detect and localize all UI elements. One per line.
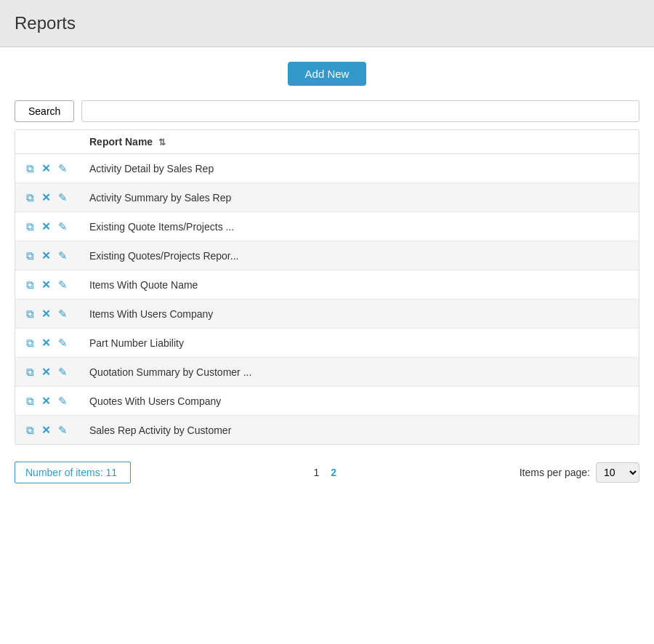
table-row: ⧉ ✕ ✎ Quotes With Users Company — [15, 387, 639, 416]
copy-button[interactable]: ⧉ — [24, 423, 36, 437]
edit-button[interactable]: ✎ — [56, 423, 70, 437]
edit-button[interactable]: ✎ — [56, 336, 70, 350]
edit-button[interactable]: ✎ — [56, 220, 70, 233]
row-name: Part Number Liability — [89, 337, 630, 349]
per-page-section: Items per page: 102550100 — [520, 462, 639, 483]
row-name: Sales Rep Activity by Customer — [89, 424, 630, 436]
row-name: Existing Quote Items/Projects ... — [89, 221, 630, 233]
table-row: ⧉ ✕ ✎ Existing Quote Items/Projects ... — [15, 212, 639, 241]
delete-button[interactable]: ✕ — [39, 423, 53, 437]
row-actions: ⧉ ✕ ✎ — [24, 278, 89, 291]
edit-button[interactable]: ✎ — [56, 394, 70, 408]
edit-button[interactable]: ✎ — [56, 278, 70, 291]
row-actions: ⧉ ✕ ✎ — [24, 190, 89, 204]
delete-button[interactable]: ✕ — [39, 161, 53, 175]
delete-button[interactable]: ✕ — [39, 278, 53, 291]
delete-button[interactable]: ✕ — [39, 336, 53, 350]
table-row: ⧉ ✕ ✎ Items With Quote Name — [15, 270, 639, 299]
copy-button[interactable]: ⧉ — [24, 365, 36, 379]
row-actions: ⧉ ✕ ✎ — [24, 336, 89, 350]
delete-button[interactable]: ✕ — [39, 190, 53, 204]
table-row: ⧉ ✕ ✎ Part Number Liability — [15, 329, 639, 358]
delete-button[interactable]: ✕ — [39, 307, 53, 321]
copy-button[interactable]: ⧉ — [24, 161, 36, 175]
copy-button[interactable]: ⧉ — [24, 307, 36, 321]
edit-button[interactable]: ✎ — [56, 249, 70, 262]
table-row: ⧉ ✕ ✎ Activity Detail by Sales Rep — [15, 154, 639, 183]
table-row: ⧉ ✕ ✎ Items With Users Company — [15, 299, 639, 329]
row-actions: ⧉ ✕ ✎ — [24, 394, 89, 408]
row-name: Items With Users Company — [89, 308, 630, 320]
sort-icon[interactable]: ⇅ — [158, 137, 166, 148]
page-1-link[interactable]: 1 — [311, 465, 323, 480]
footer-bar: Number of items: 11 1 2 Items per page: … — [15, 456, 639, 489]
page-header: Reports — [0, 0, 654, 47]
copy-button[interactable]: ⧉ — [24, 190, 36, 204]
delete-button[interactable]: ✕ — [39, 220, 53, 233]
delete-button[interactable]: ✕ — [39, 394, 53, 408]
row-actions: ⧉ ✕ ✎ — [24, 307, 89, 321]
edit-button[interactable]: ✎ — [56, 190, 70, 204]
per-page-select[interactable]: 102550100 — [596, 462, 639, 483]
delete-button[interactable]: ✕ — [39, 365, 53, 379]
row-actions: ⧉ ✕ ✎ — [24, 220, 89, 233]
table-row: ⧉ ✕ ✎ Quotation Summary by Customer ... — [15, 358, 639, 387]
items-count-box: Number of items: 11 — [15, 462, 131, 483]
copy-button[interactable]: ⧉ — [24, 336, 36, 350]
name-column-label: Report Name — [89, 136, 153, 148]
row-actions: ⧉ ✕ ✎ — [24, 161, 89, 175]
per-page-label: Items per page: — [520, 467, 590, 478]
row-actions: ⧉ ✕ ✎ — [24, 365, 89, 379]
copy-button[interactable]: ⧉ — [24, 249, 36, 262]
search-input[interactable] — [81, 100, 639, 122]
page-2-link[interactable]: 2 — [328, 465, 339, 480]
row-actions: ⧉ ✕ ✎ — [24, 249, 89, 262]
row-name: Existing Quotes/Projects Repor... — [89, 250, 630, 262]
pagination: 1 2 — [311, 465, 340, 480]
table-row: ⧉ ✕ ✎ Existing Quotes/Projects Repor... — [15, 241, 639, 270]
delete-button[interactable]: ✕ — [39, 249, 53, 262]
row-name: Items With Quote Name — [89, 279, 630, 291]
name-column-header[interactable]: Report Name ⇅ — [89, 136, 630, 148]
row-name: Quotes With Users Company — [89, 395, 630, 407]
table-rows-container: ⧉ ✕ ✎ Activity Detail by Sales Rep ⧉ ✕ ✎… — [15, 154, 639, 444]
copy-button[interactable]: ⧉ — [24, 278, 36, 291]
edit-button[interactable]: ✎ — [56, 307, 70, 321]
add-new-button[interactable]: Add New — [288, 62, 367, 86]
row-name: Activity Summary by Sales Rep — [89, 192, 630, 204]
edit-button[interactable]: ✎ — [56, 365, 70, 379]
row-name: Quotation Summary by Customer ... — [89, 366, 630, 378]
edit-button[interactable]: ✎ — [56, 161, 70, 175]
copy-button[interactable]: ⧉ — [24, 220, 36, 233]
table-row: ⧉ ✕ ✎ Sales Rep Activity by Customer — [15, 416, 639, 444]
toolbar: Add New — [15, 62, 639, 86]
search-button[interactable]: Search — [15, 100, 74, 122]
row-name: Activity Detail by Sales Rep — [89, 163, 630, 174]
search-row: Search — [15, 100, 639, 122]
page-title: Reports — [15, 13, 639, 33]
page-content: Add New Search Report Name ⇅ ⧉ ✕ ✎ Activ… — [0, 47, 654, 504]
reports-table: Report Name ⇅ ⧉ ✕ ✎ Activity Detail by S… — [15, 129, 639, 445]
table-header: Report Name ⇅ — [15, 130, 639, 154]
row-actions: ⧉ ✕ ✎ — [24, 423, 89, 437]
copy-button[interactable]: ⧉ — [24, 394, 36, 408]
table-row: ⧉ ✕ ✎ Activity Summary by Sales Rep — [15, 183, 639, 212]
